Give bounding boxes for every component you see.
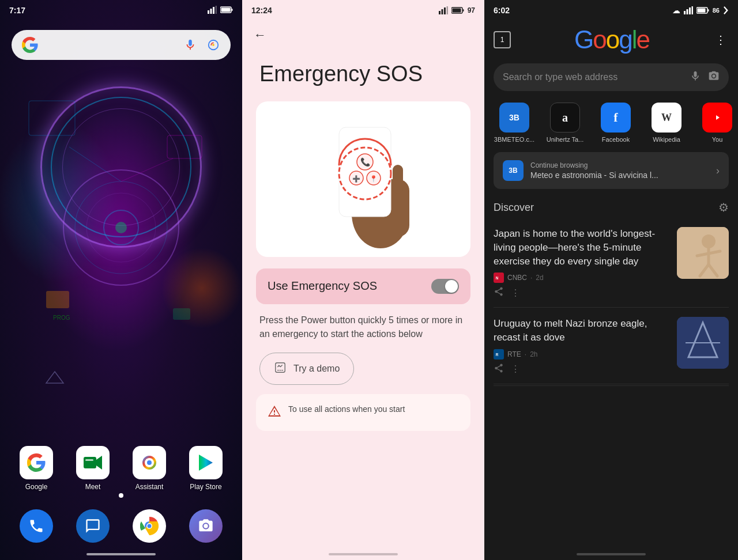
dock-chrome[interactable] — [125, 509, 174, 543]
app-assistant[interactable]: Assistant — [125, 446, 174, 491]
overflow-menu-button[interactable]: ⋮ — [713, 33, 729, 47]
signal-icon — [208, 6, 217, 16]
news-thumbnail-2 — [677, 317, 729, 369]
phone-hand-graphic: 📞 ➕ 📍 — [306, 110, 421, 248]
share-icon-2[interactable] — [494, 363, 504, 376]
app-google[interactable]: Google — [12, 446, 61, 491]
svg-rect-2 — [213, 7, 214, 14]
continue-title: Continue browsing — [530, 161, 709, 169]
shortcut-unihertz[interactable]: a Unihertz Ta... — [540, 103, 590, 143]
sos-description: Press the Power button quickly 5 times o… — [242, 304, 484, 350]
warning-section: To use all actions when you start — [256, 394, 470, 431]
news-source-icon-2: R — [494, 349, 504, 360]
continue-subtitle: Meteo e astronomia - Si avvicina l... — [530, 171, 709, 180]
news-age-2: 2h — [530, 350, 537, 358]
chrome-search-bar[interactable]: Search or type web address — [494, 63, 729, 91]
google-search-bar[interactable] — [12, 30, 231, 60]
shortcuts-row: 3B 3BMETEO.c... a Unihertz Ta... f Faceb… — [484, 96, 738, 150]
warning-icon — [268, 404, 281, 422]
shortcut-icon-3bmeteo: 3B — [499, 103, 529, 133]
share-icon-1[interactable] — [494, 286, 504, 299]
shortcut-icon-unihertz: a — [550, 103, 580, 133]
sos-toggle-switch[interactable] — [431, 279, 459, 294]
app-playstore[interactable]: Play Store — [181, 446, 231, 491]
svg-rect-22 — [84, 457, 96, 468]
continue-text: Continue browsing Meteo e astronomia - S… — [530, 161, 709, 180]
google-letter-g2: g — [619, 25, 631, 54]
tab-count-button[interactable]: 1 — [494, 31, 511, 48]
continue-browsing-card[interactable]: 3B Continue browsing Meteo e astronomia … — [494, 152, 729, 189]
camera-search-icon[interactable] — [708, 70, 720, 84]
shortcut-label-youtube: You — [712, 136, 723, 143]
svg-rect-5 — [221, 7, 231, 12]
app-meet[interactable]: Meet — [68, 446, 118, 491]
cloud-icon: ☁ — [672, 6, 680, 15]
status-bar-panel1: 7:17 — [0, 0, 242, 21]
svg-point-68 — [702, 234, 716, 248]
news-card-partial — [494, 385, 729, 426]
shortcut-wikipedia[interactable]: W Wikipedia — [641, 103, 692, 143]
svg-rect-45 — [393, 165, 403, 194]
app-label-google: Google — [25, 483, 48, 491]
sos-title: Emergency SOS — [242, 50, 484, 101]
shortcut-label-unihertz: Unihertz Ta... — [547, 136, 584, 143]
continue-arrow-icon: › — [716, 165, 720, 177]
svg-rect-58 — [689, 7, 691, 14]
svg-rect-24 — [85, 459, 93, 461]
dock-camera[interactable] — [181, 509, 231, 543]
dock-messages[interactable] — [68, 509, 118, 543]
shortcut-youtube[interactable]: You — [692, 103, 738, 143]
svg-rect-39 — [462, 9, 464, 12]
svg-text:📞: 📞 — [360, 157, 371, 167]
mic-icon[interactable] — [182, 37, 198, 53]
svg-rect-56 — [684, 11, 686, 14]
google-logo: Google — [511, 25, 713, 54]
home-indicator-panel1 — [86, 553, 156, 555]
news-text-1: Japan is home to the world's longest-liv… — [494, 227, 670, 299]
dock-phone[interactable] — [12, 509, 61, 543]
microphone-icon[interactable] — [690, 70, 701, 84]
svg-rect-62 — [707, 9, 709, 12]
news-actions-1: ⋮ — [494, 286, 670, 299]
chrome-new-tab: 6:02 ☁ 86 1 Google ⋮ Search or type web … — [484, 0, 738, 560]
time-panel2: 12:24 — [251, 6, 272, 15]
dock — [0, 509, 242, 543]
svg-rect-0 — [208, 10, 209, 14]
app-label-playstore: Play Store — [190, 483, 221, 491]
svg-point-27 — [147, 460, 152, 465]
time-panel1: 7:17 — [9, 6, 25, 15]
page-indicator — [119, 493, 123, 498]
sos-toggle-section: Use Emergency SOS — [256, 268, 470, 304]
shortcut-facebook[interactable]: f Facebook — [590, 103, 641, 143]
shortcut-icon-facebook: f — [601, 103, 631, 133]
home-indicator-panel2 — [329, 553, 398, 555]
try-demo-button[interactable]: Try a demo — [259, 353, 354, 385]
warning-text: To use all actions when you start — [288, 403, 405, 415]
shortcut-label-3bmeteo: 3BMETEO.c... — [494, 136, 534, 143]
more-icon-2[interactable]: ⋮ — [511, 364, 520, 374]
svg-rect-59 — [691, 6, 693, 14]
discover-settings-icon[interactable]: ⚙ — [718, 200, 729, 214]
svg-marker-28 — [199, 455, 213, 471]
news-headline-2: Uruguay to melt Nazi bronze eagle, recas… — [494, 317, 670, 345]
demo-label: Try a demo — [293, 364, 340, 374]
more-icon-1[interactable]: ⋮ — [511, 287, 520, 298]
lens-icon[interactable] — [205, 37, 221, 53]
news-source-2: RTE — [507, 350, 521, 358]
sos-illustration: 📞 ➕ 📍 — [256, 101, 470, 257]
back-button[interactable]: ← — [242, 21, 484, 50]
news-card-2[interactable]: Uruguay to melt Nazi bronze eagle, recas… — [494, 309, 729, 384]
svg-marker-23 — [96, 456, 102, 470]
search-icons — [690, 70, 720, 84]
android-homescreen: 7:17 — [0, 0, 242, 560]
continue-icon: 3B — [503, 160, 524, 181]
svg-rect-55 — [276, 362, 285, 372]
discover-label: Discover — [494, 202, 534, 214]
news-time-2: · — [525, 350, 526, 358]
svg-text:N: N — [496, 276, 499, 280]
svg-point-32 — [148, 524, 152, 528]
news-card-1[interactable]: Japan is home to the world's longest-liv… — [494, 219, 729, 308]
svg-rect-61 — [697, 9, 705, 13]
shortcut-3bmeteo[interactable]: 3B 3BMETEO.c... — [489, 103, 540, 143]
news-age-1: 2d — [536, 274, 543, 282]
